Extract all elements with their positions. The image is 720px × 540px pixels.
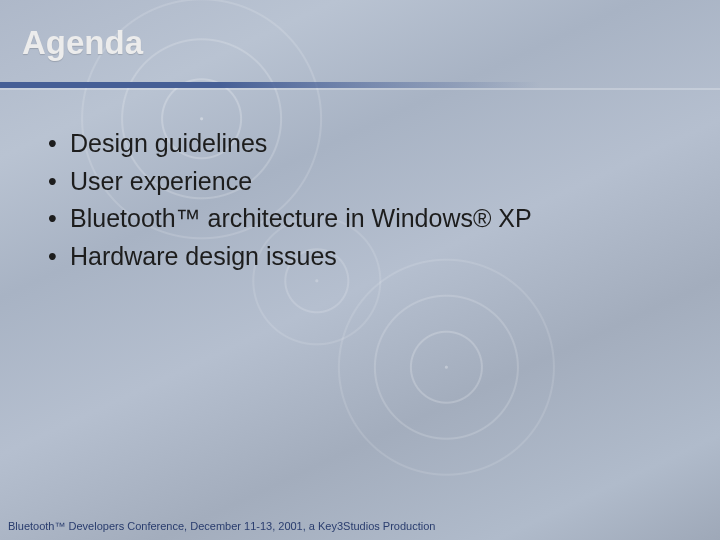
title-divider — [0, 82, 720, 88]
slide-footer: Bluetooth™ Developers Conference, Decemb… — [8, 520, 580, 534]
list-item: Design guidelines — [42, 126, 680, 162]
slide-title: Agenda — [22, 24, 143, 62]
list-item: User experience — [42, 164, 680, 200]
agenda-list: Design guidelines User experience Blueto… — [42, 126, 680, 276]
slide: Agenda Design guidelines User experience… — [0, 0, 720, 540]
list-item: Hardware design issues — [42, 239, 680, 275]
list-item: Bluetooth™ architecture in Windows® XP — [42, 201, 680, 237]
